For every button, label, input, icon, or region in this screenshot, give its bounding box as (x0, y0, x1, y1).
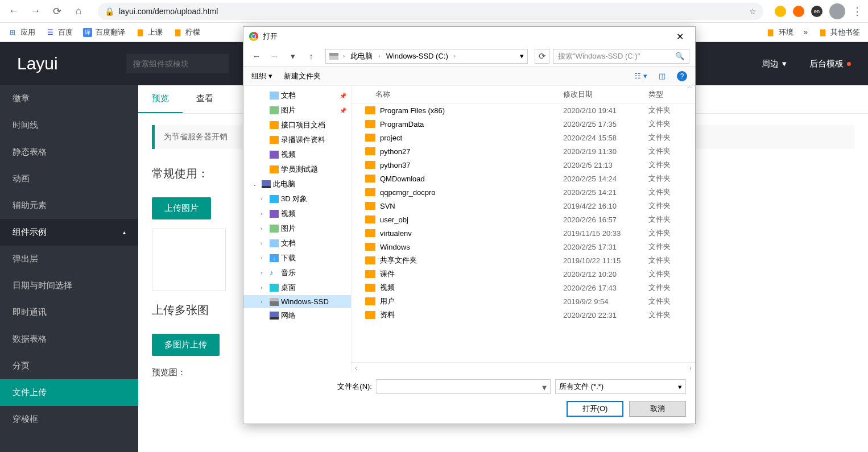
close-button[interactable]: ✕ (671, 29, 689, 44)
sidebar-item[interactable]: 文件上传 (0, 379, 138, 406)
nav-up[interactable]: ▾ (286, 49, 300, 64)
file-row[interactable]: 资料2020/2/20 22:31文件夹 (352, 308, 695, 322)
sidebar-item[interactable]: 徽章 (0, 85, 138, 112)
path-pc[interactable]: 此电脑 (347, 50, 376, 63)
reload-button[interactable]: ⟳ (49, 3, 65, 19)
sidebar-item[interactable]: 组件示例▴ (0, 219, 138, 246)
chevron-right-icon[interactable]: › (343, 53, 345, 59)
tree-item[interactable]: 文档📌 (243, 88, 351, 103)
dialog-search[interactable]: 搜索"Windows-SSD (C:)" 🔍 (553, 49, 689, 64)
upload-button[interactable]: 上传图片 (152, 197, 211, 219)
search-input[interactable] (126, 54, 229, 73)
chevron-down-icon[interactable]: ▾ (520, 52, 524, 60)
tree-item[interactable]: ›视频 (243, 206, 351, 221)
file-row[interactable]: 视频2020/2/26 17:43文件夹 (352, 281, 695, 295)
cancel-button[interactable]: 取消 (629, 401, 686, 417)
ext-icon-3[interactable]: en (811, 6, 822, 17)
logo[interactable]: Layui (17, 54, 58, 73)
file-row[interactable]: project2020/2/24 15:58文件夹 (352, 131, 695, 144)
sidebar-item[interactable]: 辅助元素 (0, 192, 138, 219)
star-icon[interactable]: ☆ (749, 7, 757, 16)
tab-preview[interactable]: 预览 (138, 85, 183, 113)
filename-input[interactable]: ▾ (377, 379, 551, 394)
ext-icon-1[interactable] (775, 6, 786, 17)
new-folder-button[interactable]: 新建文件夹 (284, 71, 321, 81)
refresh-button[interactable]: ⟳ (535, 49, 549, 64)
sidebar-item[interactable]: 时间线 (0, 112, 138, 139)
file-row[interactable]: Windows2020/2/25 17:31文件夹 (352, 240, 695, 254)
file-row[interactable]: SVN2019/4/22 16:10文件夹 (352, 199, 695, 213)
h-scrollbar[interactable]: ‹› (352, 362, 695, 372)
multi-upload-button[interactable]: 多图片上传 (152, 334, 220, 356)
view-button[interactable]: ☷ ▾ (634, 72, 647, 80)
preview-pane-button[interactable]: ◫ (659, 72, 666, 80)
help-icon[interactable]: ? (677, 71, 687, 81)
tab-code[interactable]: 查看 (183, 85, 227, 113)
file-row[interactable]: QMDownload2020/2/25 14:24文件夹 (352, 172, 695, 185)
sidebar-item[interactable]: 穿梭框 (0, 406, 138, 433)
file-row[interactable]: python372020/2/5 21:13文件夹 (352, 158, 695, 172)
organize-menu[interactable]: 组织▾ (251, 71, 272, 81)
nav-周边[interactable]: 周边▾ (762, 59, 787, 69)
bookmark-class[interactable]: ▇上课 (135, 27, 163, 38)
home-button[interactable]: ⌂ (71, 3, 86, 19)
file-row[interactable]: ProgramData2020/2/25 17:35文件夹 (352, 117, 695, 131)
tree-item[interactable]: ⌄此电脑 (243, 177, 351, 192)
bookmark-more[interactable]: » (804, 28, 808, 36)
sidebar-item[interactable]: 静态表格 (0, 139, 138, 165)
tree-item[interactable]: 接口项目文档 (243, 118, 351, 132)
chevron-right-icon[interactable]: › (378, 53, 380, 59)
bookmark-baidu[interactable]: ☰百度 (46, 27, 73, 38)
path-drive[interactable]: Windows-SSD (C:) (383, 51, 452, 61)
sidebar-item[interactable]: 弹出层 (0, 246, 138, 272)
col-type[interactable]: 类型 (648, 89, 688, 99)
sidebar-item[interactable]: 即时通讯 (0, 299, 138, 326)
nav-back[interactable]: ← (249, 49, 264, 64)
scroll-up-icon[interactable]: ︿ (687, 86, 693, 90)
profile-avatar[interactable] (829, 3, 845, 19)
sidebar-item[interactable]: 分页 (0, 353, 138, 379)
bookmark-trans[interactable]: 译百度翻译 (83, 27, 125, 38)
chevron-right-icon[interactable]: › (454, 53, 456, 59)
nav-后台模板[interactable]: 后台模板 (809, 59, 851, 69)
bookmark-other[interactable]: ▇其他书签 (818, 27, 860, 38)
file-row[interactable]: python272020/2/19 11:30文件夹 (352, 144, 695, 158)
tree-item[interactable]: 图片📌 (243, 103, 351, 118)
tree-item[interactable]: 网络 (243, 308, 351, 323)
file-row[interactable]: Program Files (x86)2020/2/10 19:41文件夹 (352, 103, 695, 117)
filter-select[interactable]: 所有文件 (*.*)▾ (555, 379, 686, 394)
bookmark-env[interactable]: ▇环境 (766, 27, 793, 38)
file-row[interactable]: virtualenv2019/11/15 20:33文件夹 (352, 226, 695, 240)
chrome-menu[interactable]: ⋮ (852, 5, 862, 18)
address-bar[interactable]: 🔒 layui.com/demo/upload.html ☆ (98, 3, 763, 20)
tree-item[interactable]: ›图片 (243, 221, 351, 236)
tree-item[interactable]: 录播课件资料 (243, 132, 351, 147)
file-row[interactable]: 用户2019/9/2 9:54文件夹 (352, 295, 695, 308)
tree-item[interactable]: ›↓下载 (243, 251, 351, 266)
sidebar-item[interactable]: 日期与时间选择 (0, 272, 138, 299)
col-date[interactable]: 修改日期 (563, 89, 648, 99)
tree-item[interactable]: ›3D 对象 (243, 192, 351, 206)
col-name[interactable]: 名称 (358, 89, 563, 99)
path-bar[interactable]: › 此电脑 › Windows-SSD (C:) › ▾ (325, 49, 528, 64)
tree-item[interactable]: 学员测试题 (243, 162, 351, 177)
file-row[interactable]: qqpcmgr_docpro2020/2/25 14:21文件夹 (352, 185, 695, 199)
sidebar-item[interactable]: 数据表格 (0, 326, 138, 353)
apps-button[interactable]: ⊞应用 (8, 27, 35, 38)
ext-icon-2[interactable] (793, 6, 804, 17)
bookmark-lemon[interactable]: ▇柠檬 (173, 27, 200, 38)
nav-parent[interactable]: ↑ (304, 49, 319, 64)
file-row[interactable]: user_obj2020/2/26 16:57文件夹 (352, 213, 695, 226)
nav-forward[interactable]: → (267, 49, 282, 64)
tree-item[interactable]: ›♪音乐 (243, 266, 351, 280)
tree-item[interactable]: ›Windows-SSD (243, 295, 351, 308)
back-button[interactable]: ← (6, 3, 22, 19)
file-row[interactable]: 课件2020/2/12 10:20文件夹 (352, 267, 695, 281)
file-row[interactable]: 共享文件夹2019/10/22 11:15文件夹 (352, 254, 695, 267)
forward-button[interactable]: → (27, 3, 43, 19)
tree-item[interactable]: ›文档 (243, 236, 351, 251)
open-button[interactable]: 打开(O) (567, 401, 623, 417)
tree-item[interactable]: ›桌面 (243, 280, 351, 295)
sidebar-item[interactable]: 动画 (0, 165, 138, 192)
tree-item[interactable]: 视频 (243, 147, 351, 162)
